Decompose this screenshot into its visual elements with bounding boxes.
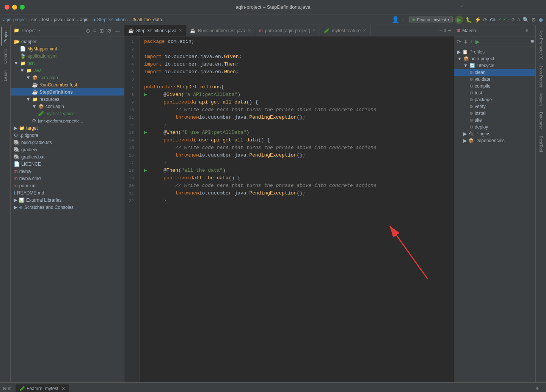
translate-icon[interactable]: A	[517, 17, 520, 22]
minimize-icon[interactable]: —	[448, 28, 451, 33]
maven-settings-icon[interactable]: ⚙	[526, 28, 528, 33]
maven-add-button[interactable]: +	[469, 38, 474, 45]
tree-mapper[interactable]: 📂 mapper	[11, 38, 124, 45]
tree-runcucumber[interactable]: ☕ RunCucumberTest	[11, 81, 124, 88]
run-tab-feature[interactable]: 🥒 Feature: mytest ✕	[16, 384, 69, 392]
tree-gitignore[interactable]: ⚙ .gitignore	[11, 132, 124, 139]
breadcrumb-com[interactable]: com	[67, 17, 75, 22]
maven-lifecycle-validate[interactable]: ⚙ validate	[454, 76, 535, 83]
close-button[interactable]	[5, 5, 9, 9]
tab-database[interactable]: Database	[537, 109, 545, 133]
tree-stepdefinitions[interactable]: ☕ StepDefinitions	[11, 88, 124, 96]
breadcrumb-project[interactable]: aqin-project	[3, 17, 27, 22]
tab-resttool[interactable]: RestTool	[537, 133, 545, 155]
maven-lifecycle-install[interactable]: ⚙ install	[454, 110, 535, 117]
settings-icon[interactable]: ⚙	[444, 28, 447, 33]
more-tabs-button[interactable]: ⋯ ⚙ —	[436, 25, 454, 36]
maximize-button[interactable]	[20, 5, 25, 9]
tree-application-yml[interactable]: 🍃 application.yml	[11, 52, 124, 60]
tree-readme[interactable]: ℹ README.md	[11, 189, 124, 196]
collapse-all-button[interactable]: ≡	[93, 27, 97, 34]
run-config-button[interactable]: ▶ Feature: mytest ▾	[409, 16, 453, 23]
maven-refresh-button[interactable]: ⟳	[456, 38, 462, 45]
close-tab-icon[interactable]: ✕	[248, 28, 251, 33]
tree-test[interactable]: ▼ 📁 test	[11, 60, 124, 67]
maven-lifecycle-package[interactable]: ⚙ package	[454, 96, 535, 103]
breadcrumb-aqin[interactable]: aqin	[80, 17, 89, 22]
git-sync-icon[interactable]: ⟳	[511, 17, 515, 22]
sidebar-item-commit[interactable]: Commit	[2, 46, 9, 67]
breadcrumb-method[interactable]: ⊕ all_the_data	[132, 17, 162, 22]
breadcrumb-src[interactable]: src	[31, 17, 38, 22]
maven-expand-button[interactable]: ⊞	[531, 39, 534, 44]
close-tab-icon[interactable]: ✕	[179, 28, 182, 33]
close-tab-icon[interactable]: ✕	[312, 28, 316, 33]
tab-pomxml[interactable]: m pom.xml (aqin-project) ✕	[255, 25, 320, 36]
sidebar-item-project[interactable]: Project	[1, 27, 9, 45]
folder-icon: ▼	[20, 67, 25, 73]
maven-run-button[interactable]: ▶	[475, 38, 480, 45]
tree-comaqin2[interactable]: ▼ 📦 com.aqin	[11, 103, 124, 110]
maven-lifecycle[interactable]: ▼ 🔄 Lifecycle	[454, 62, 535, 69]
tab-runcucumber[interactable]: ☕ RunCucumberTest.java ✕	[186, 25, 255, 36]
sidebar-item-learn[interactable]: Learn	[2, 67, 9, 84]
vcs-icon[interactable]: 👤	[392, 16, 399, 23]
code-content[interactable]: package com.aqin; import io.cucumber.jav…	[140, 36, 454, 382]
tree-build-gradle[interactable]: 🐘 build.gradle.kts	[11, 139, 124, 146]
close-run-tab-icon[interactable]: ✕	[61, 386, 65, 391]
tree-mytest-feature[interactable]: 🥒 mytest.feature	[11, 110, 124, 117]
run-settings-icon[interactable]: ⚙	[536, 386, 539, 391]
breadcrumb-test[interactable]: test	[42, 17, 49, 22]
breadcrumb-stepdefs[interactable]: ● StepDefinitions	[93, 17, 127, 22]
close-panel-button[interactable]: —	[114, 27, 121, 34]
close-tab-icon[interactable]: ✕	[363, 28, 366, 33]
git-push-icon[interactable]: ↑	[508, 17, 510, 22]
maven-lifecycle-deploy[interactable]: ⚙ deploy	[454, 124, 535, 130]
tree-gradlew[interactable]: 🐘 gradlew	[11, 146, 124, 153]
expand-all-button[interactable]: ⊞	[99, 27, 105, 34]
maven-profiles[interactable]: ▶ 📋 Profiles	[454, 49, 535, 55]
settings-button[interactable]: ⚙	[106, 27, 113, 34]
coverage-icon[interactable]: ⚡	[474, 17, 481, 23]
maven-lifecycle-clean[interactable]: ⚙ clean	[454, 69, 535, 76]
tab-maven[interactable]: Maven	[537, 90, 545, 109]
back-icon[interactable]: ←	[402, 17, 407, 23]
tree-external-libs[interactable]: ▶ 📊 External Libraries	[11, 196, 124, 204]
run-button[interactable]: ▶	[455, 16, 463, 24]
maven-lifecycle-verify[interactable]: ⚙ verify	[454, 103, 535, 110]
tab-json-parser[interactable]: Json Parser	[537, 62, 545, 91]
breadcrumb-java[interactable]: java	[54, 17, 62, 22]
maven-plugins[interactable]: ▶ 🔌 Plugins	[454, 130, 535, 137]
search-icon[interactable]: 🔍	[522, 17, 529, 23]
maven-minimize-icon[interactable]: —	[530, 28, 532, 33]
tab-stepdefinitions[interactable]: ☕ StepDefinitions.java ✕	[124, 25, 186, 36]
debug-icon[interactable]: 🐛	[466, 17, 472, 23]
tree-mvnw[interactable]: m mvnw	[11, 168, 124, 175]
feature-file-icon: 🥒	[324, 28, 329, 33]
settings-icon[interactable]: ⚙	[531, 17, 536, 23]
maven-download-button[interactable]: ⬇	[463, 38, 469, 45]
tree-comaqin[interactable]: ▼ 📦 com.aqin	[11, 74, 124, 81]
tab-key-promoter[interactable]: Key Promoter X	[537, 27, 545, 62]
tree-scratches[interactable]: ▶ ⊕ Scratches and Consoles	[11, 204, 124, 211]
tree-java[interactable]: ▼ 📁 java	[11, 67, 124, 74]
run-minimize-icon[interactable]: —	[540, 386, 543, 391]
maven-title: Maven	[462, 28, 476, 33]
tab-mytest[interactable]: 🥒 mytest.feature ✕	[320, 25, 370, 36]
maven-lifecycle-site[interactable]: ⚙ site	[454, 117, 535, 124]
locate-file-button[interactable]: ⊕	[85, 27, 91, 34]
maven-lifecycle-test[interactable]: ⚙ test	[454, 89, 535, 96]
tree-pomxml[interactable]: m pom.xml	[11, 182, 124, 189]
maven-project[interactable]: ▼ 📦 aqin-project	[454, 55, 535, 62]
more-run-icon[interactable]: ⟳	[483, 17, 488, 23]
tree-mymapper[interactable]: 📄 MyMapper.xml	[11, 45, 124, 52]
tree-target[interactable]: ▶ 📁 target	[11, 124, 124, 132]
maven-lifecycle-compile[interactable]: ⚙ compile	[454, 83, 535, 89]
tree-junit-platform[interactable]: ⚙ junit-platform.propertie...	[11, 117, 124, 124]
maven-dependencies[interactable]: ▶ 📦 Dependencies	[454, 137, 535, 144]
minimize-button[interactable]	[12, 5, 17, 9]
tree-gradlew-bat[interactable]: 🐘 gradlew.bat	[11, 153, 124, 160]
tree-mvnw-cmd[interactable]: m mvnw.cmd	[11, 175, 124, 182]
tree-licence[interactable]: 📄 LICENCE	[11, 160, 124, 168]
tree-resources[interactable]: ▼ 📁 resources	[11, 96, 124, 103]
